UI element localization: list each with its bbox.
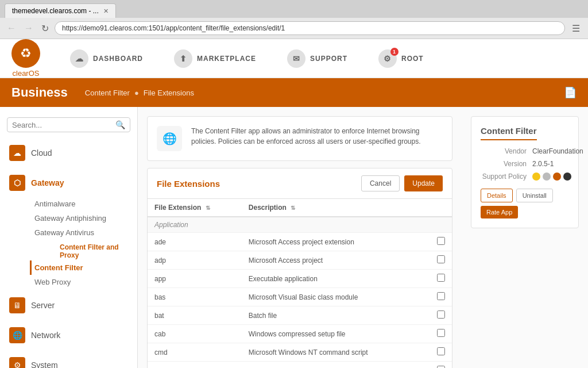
row-checkbox-5[interactable] [437, 329, 445, 337]
support-row: Support Policy [481, 172, 569, 181]
info-banner-icon: 🌐 [157, 126, 182, 151]
update-button[interactable]: Update [404, 175, 443, 191]
table-row: ade Microsoft Access project extension [148, 233, 452, 251]
col-checkbox-header [422, 199, 452, 217]
ext-cell: bas [148, 288, 242, 306]
row-checkbox-2[interactable] [437, 274, 445, 282]
root-badge: 1 [390, 48, 399, 56]
cancel-button[interactable]: Cancel [361, 175, 400, 191]
dashboard-icon: ☁ [70, 49, 88, 68]
marketplace-icon: ⬆ [174, 49, 192, 68]
sidebar-item-system[interactable]: ⚙ System [0, 351, 137, 368]
checkbox-cell[interactable] [422, 306, 452, 325]
forward-button[interactable]: → [22, 22, 36, 34]
browser-chrome: themedevel.clearos.com - ... ✕ ← → ↻ ☰ [0, 0, 588, 39]
browser-menu-button[interactable]: ☰ [568, 22, 583, 35]
checkbox-cell[interactable] [422, 270, 452, 288]
right-card-actions: Details Uninstall Rate App [481, 189, 569, 218]
support-dot-dark [563, 172, 571, 181]
table-row: bat Batch file [148, 306, 452, 325]
sidebar-item-network[interactable]: 🌐 Network [0, 321, 137, 349]
row-checkbox-0[interactable] [437, 237, 445, 245]
sidebar-item-gateway[interactable]: ⬡ Gateway [0, 169, 137, 197]
vendor-row: Vendor ClearFoundation [481, 147, 569, 155]
sidebar-section-server: 🖥 Server [0, 292, 137, 319]
table-row: cmd Microsoft Windows NT command script [148, 343, 452, 362]
row-checkbox-6[interactable] [437, 347, 445, 355]
file-extensions-table: File Extension ⇅ Description ⇅ [148, 199, 452, 368]
uninstall-button[interactable]: Uninstall [516, 189, 553, 202]
desc-cell: Microsoft Access project extension [242, 233, 423, 251]
desc-cell: Microsoft Visual Basic class module [242, 288, 423, 306]
vendor-label: Vendor [481, 147, 532, 155]
details-button[interactable]: Details [481, 189, 513, 202]
sort-desc-icon: ⇅ [291, 205, 295, 211]
panel-actions: Cancel Update [361, 175, 443, 191]
sidebar: 🔍 ☁ Cloud ⬡ Gateway Antimalware Gateway … [0, 107, 138, 368]
back-button[interactable]: ← [5, 22, 18, 34]
sidebar-item-server[interactable]: 🖥 Server [0, 292, 137, 319]
ext-cell: bat [148, 306, 242, 325]
refresh-button[interactable]: ↻ [39, 22, 51, 35]
ext-cell: app [148, 270, 242, 288]
table-group-row: Application [148, 217, 452, 233]
ext-cell: adp [148, 251, 242, 270]
search-icon: 🔍 [115, 120, 125, 129]
row-checkbox-1[interactable] [437, 255, 445, 263]
app-container: ♻ clearOS ☁ DASHBOARD ⬆ MARKETPLACE ✉ SU… [0, 39, 588, 368]
checkbox-cell[interactable] [422, 362, 452, 369]
browser-tab[interactable]: themedevel.clearos.com - ... ✕ [5, 3, 116, 18]
sidebar-gateway-antiphishing[interactable]: Gateway Antiphishing [30, 211, 137, 225]
nav-marketplace[interactable]: ⬆ MARKETPLACE [167, 45, 263, 72]
table-wrap: File Extension ⇅ Description ⇅ [148, 199, 452, 368]
col-description-header[interactable]: Description ⇅ [242, 199, 423, 217]
row-checkbox-3[interactable] [437, 292, 445, 300]
desc-cell: Microsoft Windows NT command script [242, 343, 423, 362]
checkbox-cell[interactable] [422, 233, 452, 251]
content-area: 🌐 The Content Filter app allows an admin… [138, 107, 462, 368]
version-value: 2.0.5-1 [532, 160, 554, 168]
search-input[interactable] [12, 121, 115, 129]
network-icon: 🌐 [9, 327, 25, 343]
content-filter-card: Content Filter Vendor ClearFoundation Ve… [471, 116, 579, 228]
sidebar-content-filter[interactable]: Content Filter [30, 260, 137, 275]
breadcrumb-page: File Extensions [144, 89, 194, 97]
desc-cell: Microsoft MS-DOS program [242, 362, 423, 369]
version-label: Version [481, 160, 532, 168]
checkbox-cell[interactable] [422, 288, 452, 306]
desc-cell: Executable application [242, 270, 423, 288]
nav-marketplace-label: MARKETPLACE [197, 55, 256, 63]
tab-close-icon[interactable]: ✕ [103, 7, 109, 15]
nav-root-label: ROOT [401, 55, 424, 63]
breadcrumb-nav: Content Filter ● File Extensions [85, 89, 194, 97]
url-bar[interactable] [55, 21, 565, 35]
table-row: cab Windows compressed setup file [148, 325, 452, 343]
main-content: 🔍 ☁ Cloud ⬡ Gateway Antimalware Gateway … [0, 107, 588, 368]
sidebar-antimalware-label: Antimalware [30, 197, 137, 211]
sidebar-section-network: 🌐 Network [0, 321, 137, 349]
rate-app-button[interactable]: Rate App [481, 206, 518, 218]
nav-root[interactable]: ⚙ 1 ROOT [372, 45, 431, 72]
ext-cell: com [148, 362, 242, 369]
logo-area: ♻ clearOS [11, 39, 40, 78]
row-checkbox-4[interactable] [437, 310, 445, 319]
checkbox-cell[interactable] [422, 325, 452, 343]
sidebar-server-label: Server [31, 301, 55, 310]
sort-icon: ⇅ [206, 205, 210, 211]
desc-cell: Batch file [242, 306, 423, 325]
vendor-value: ClearFoundation [532, 147, 583, 155]
row-checkbox-7[interactable] [437, 366, 445, 368]
search-box[interactable]: 🔍 [7, 117, 130, 132]
nav-support[interactable]: ✉ SUPPORT [280, 45, 354, 72]
sidebar-gateway-antivirus[interactable]: Gateway Antivirus [30, 225, 137, 240]
breadcrumb-bar: Business Content Filter ● File Extension… [0, 78, 588, 107]
breadcrumb-right-icon: 📄 [564, 86, 577, 99]
top-nav: ♻ clearOS ☁ DASHBOARD ⬆ MARKETPLACE ✉ SU… [0, 39, 588, 78]
right-panel: Content Filter Vendor ClearFoundation Ve… [462, 107, 588, 368]
nav-dashboard[interactable]: ☁ DASHBOARD [63, 45, 150, 72]
checkbox-cell[interactable] [422, 251, 452, 270]
sidebar-web-proxy[interactable]: Web Proxy [30, 275, 137, 289]
checkbox-cell[interactable] [422, 343, 452, 362]
col-extension-header[interactable]: File Extension ⇅ [148, 199, 242, 217]
sidebar-item-cloud[interactable]: ☁ Cloud [0, 139, 137, 167]
